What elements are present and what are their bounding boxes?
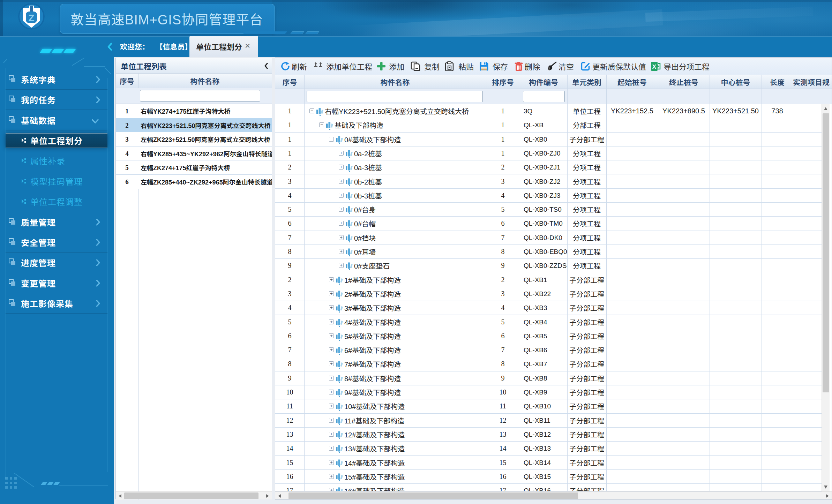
svg-text:X: X [652,63,657,70]
svg-text:Z: Z [28,13,34,23]
